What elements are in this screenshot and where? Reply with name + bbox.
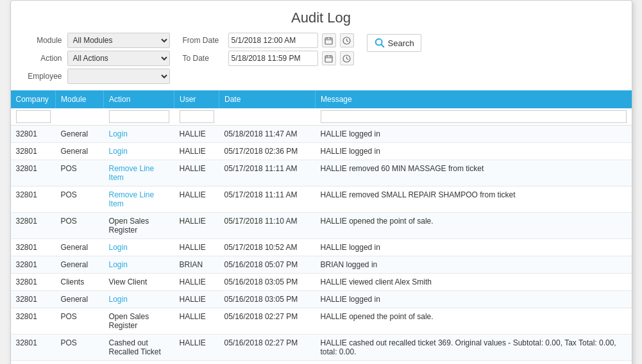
to-date-label: To Date [183,54,224,63]
page-title: Audit Log [11,1,632,33]
user-cell: HALLIE [174,126,219,143]
module-label: Module [24,36,62,45]
date-filter-cell [219,108,316,126]
action-cell-link[interactable]: Remove Line Item [109,164,155,182]
message-cell: HALLIE logged in [316,291,632,308]
action-filter-cell [104,108,174,126]
date-cell: 05/17/2018 11:10 AM [219,213,316,239]
to-date-row: To Date [183,51,354,66]
company-cell: 32801 [11,160,56,186]
module-cell: Clients [56,274,104,291]
company-cell: 32801 [11,126,56,143]
action-filter-input[interactable] [109,110,169,123]
col-header-action: Action [104,90,174,108]
search-icon [374,37,385,49]
action-cell-link[interactable]: Login [109,129,128,138]
message-filter-input[interactable] [321,110,627,123]
action-cell-link[interactable]: Login [109,147,128,156]
module-filter-cell [56,108,104,126]
action-cell-link[interactable]: Login [109,295,128,304]
user-filter-cell [174,108,219,126]
module-filter-row: Module All Modules [24,33,170,48]
action-cell: Open Sales Register [104,308,174,335]
date-cell: 05/17/2018 10:52 AM [219,239,316,256]
module-cell: General [56,143,104,160]
module-select[interactable]: All Modules [67,33,170,48]
company-cell: 32801 [11,239,56,256]
date-cell: 05/17/2018 11:11 AM [219,186,316,213]
table-row: 32801GeneralLoginHALLIE05/18/2018 11:47 … [11,126,632,143]
table-row: 32801POSRemove Line ItemHALLIE05/17/2018… [11,160,632,186]
message-cell: HALLIE opened the point of sale. [316,213,632,239]
from-date-clock-icon[interactable] [340,33,354,47]
to-date-input[interactable] [228,51,318,66]
audit-log-table: Company Module Action User Date Message [11,90,632,364]
table-row: 32801GeneralLoginHALLIE05/17/2018 02:36 … [11,143,632,160]
left-filters: Module All Modules Action All Actions Em… [24,33,170,84]
from-date-label: From Date [183,36,224,45]
table-row: 32801POSRemove Line ItemHALLIE05/17/2018… [11,186,632,213]
col-header-company: Company [11,90,56,108]
user-cell: HALLIE [174,213,219,239]
action-filter-row: Action All Actions [24,51,170,66]
date-cell: 05/16/2018 03:05 PM [219,291,316,308]
user-cell: HALLIE [174,335,219,361]
search-button[interactable]: Search [367,34,421,52]
action-cell: Login [104,291,174,308]
message-filter-cell [316,108,632,126]
audit-log-table-wrapper: Company Module Action User Date Message [11,90,632,364]
company-cell: 32801 [11,256,56,274]
module-cell: POS [56,308,104,335]
action-cell: Remove Line Item [104,186,174,213]
table-row: 32801GeneralLoginHALLIE05/17/2018 10:52 … [11,239,632,256]
message-cell: HALLIE logged in [316,126,632,143]
module-cell: General [56,256,104,274]
svg-rect-0 [325,38,332,44]
svg-line-6 [347,40,349,42]
col-header-date: Date [219,90,316,108]
action-cell: Login [104,239,174,256]
search-area: Search [367,33,421,52]
company-filter-input[interactable] [16,110,51,123]
table-filter-row [11,108,632,126]
date-cell: 05/16/2018 02:27 PM [219,308,316,335]
module-cell: POS [56,335,104,361]
table-row: 32801GeneralLoginBRIAN05/16/2018 05:07 P… [11,256,632,274]
from-date-input[interactable] [228,33,318,48]
main-window: Audit Log Module All Modules Action All … [10,0,632,364]
action-select[interactable]: All Actions [67,51,170,66]
action-cell: Login [104,126,174,143]
table-row: 32801GeneralLoginHALLIE05/16/2018 03:05 … [11,291,632,308]
date-cell: 05/17/2018 02:36 PM [219,143,316,160]
table-row: 32801POSCashed out Recalled TicketHALLIE… [11,335,632,361]
to-date-calendar-icon[interactable] [322,51,336,65]
employee-select[interactable] [67,69,170,84]
to-date-clock-icon[interactable] [340,51,354,65]
date-cell: 05/16/2018 02:27 PM [219,361,316,365]
message-cell: HALLIE viewed client Alex Smith [316,274,632,291]
svg-rect-7 [325,56,332,62]
company-cell: 32801 [11,361,56,365]
user-filter-input[interactable] [180,110,214,123]
action-label: Action [24,54,62,63]
table-row: 32801POSOpen Sales RegisterHALLIE05/16/2… [11,308,632,335]
filters-area: Module All Modules Action All Actions Em… [11,33,632,90]
module-cell: General [56,126,104,143]
table-row: 32801POSOpen Sales RegisterHALLIE05/17/2… [11,213,632,239]
user-cell: HALLIE [174,186,219,213]
action-cell-link[interactable]: Remove Line Item [109,190,155,208]
date-cell: 05/16/2018 03:05 PM [219,274,316,291]
message-cell: HALLIE logged in [316,143,632,160]
user-cell: HALLIE [174,143,219,160]
user-cell: HALLIE [174,361,219,365]
action-cell-link[interactable]: Login [109,243,128,252]
svg-line-13 [347,58,349,60]
company-cell: 32801 [11,213,56,239]
col-header-module: Module [56,90,104,108]
action-cell: Open Sales Register [104,213,174,239]
user-cell: HALLIE [174,274,219,291]
date-cell: 05/16/2018 02:27 PM [219,335,316,361]
from-date-calendar-icon[interactable] [322,33,336,47]
action-cell-link[interactable]: Login [109,260,128,269]
search-label: Search [388,38,414,48]
